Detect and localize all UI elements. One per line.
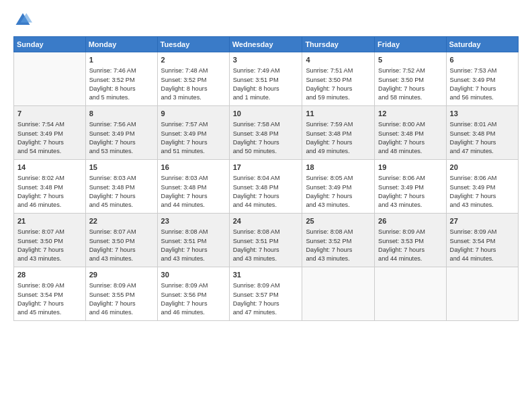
day-info: Sunrise: 7:49 AM Sunset: 3:51 PM Dayligh… [233, 66, 299, 102]
calendar-cell: 19Sunrise: 8:06 AM Sunset: 3:49 PM Dayli… [375, 160, 446, 214]
day-number: 9 [161, 109, 226, 119]
day-info: Sunrise: 8:08 AM Sunset: 3:51 PM Dayligh… [161, 228, 226, 263]
calendar-cell: 8Sunrise: 7:56 AM Sunset: 3:49 PM Daylig… [85, 106, 157, 160]
calendar-cell: 17Sunrise: 8:04 AM Sunset: 3:48 PM Dayli… [229, 160, 302, 214]
calendar-cell [446, 267, 518, 321]
day-number: 18 [306, 163, 371, 173]
calendar-cell: 13Sunrise: 8:01 AM Sunset: 3:48 PM Dayli… [446, 106, 518, 160]
day-info: Sunrise: 8:09 AM Sunset: 3:54 PM Dayligh… [450, 228, 515, 263]
week-row-5: 28Sunrise: 8:09 AM Sunset: 3:54 PM Dayli… [14, 267, 519, 321]
week-row-2: 7Sunrise: 7:54 AM Sunset: 3:49 PM Daylig… [14, 106, 519, 160]
day-info: Sunrise: 8:08 AM Sunset: 3:51 PM Dayligh… [233, 228, 299, 263]
calendar-cell: 3Sunrise: 7:49 AM Sunset: 3:51 PM Daylig… [229, 52, 302, 106]
calendar-cell: 29Sunrise: 8:09 AM Sunset: 3:55 PM Dayli… [85, 267, 157, 321]
day-info: Sunrise: 8:06 AM Sunset: 3:49 PM Dayligh… [450, 174, 515, 210]
day-info: Sunrise: 8:09 AM Sunset: 3:57 PM Dayligh… [233, 281, 299, 317]
day-info: Sunrise: 7:58 AM Sunset: 3:48 PM Dayligh… [233, 120, 299, 156]
day-info: Sunrise: 8:06 AM Sunset: 3:49 PM Dayligh… [378, 174, 442, 210]
day-info: Sunrise: 8:09 AM Sunset: 3:56 PM Dayligh… [161, 281, 226, 317]
calendar-cell: 10Sunrise: 7:58 AM Sunset: 3:48 PM Dayli… [229, 106, 302, 160]
day-info: Sunrise: 8:01 AM Sunset: 3:48 PM Dayligh… [450, 120, 515, 156]
calendar-cell: 28Sunrise: 8:09 AM Sunset: 3:54 PM Dayli… [14, 267, 86, 321]
day-number: 6 [450, 55, 515, 65]
day-number: 8 [89, 109, 154, 119]
calendar-cell: 15Sunrise: 8:03 AM Sunset: 3:48 PM Dayli… [85, 160, 157, 214]
header [13, 11, 519, 30]
day-number: 20 [450, 163, 515, 173]
calendar-cell: 22Sunrise: 8:07 AM Sunset: 3:50 PM Dayli… [85, 214, 157, 267]
day-number: 17 [233, 163, 299, 173]
day-number: 30 [161, 270, 226, 280]
day-number: 27 [450, 216, 515, 226]
day-info: Sunrise: 8:09 AM Sunset: 3:54 PM Dayligh… [17, 281, 82, 317]
calendar-cell: 18Sunrise: 8:05 AM Sunset: 3:49 PM Dayli… [302, 160, 375, 214]
col-header-tuesday: Tuesday [157, 37, 229, 52]
day-number: 12 [378, 109, 442, 119]
day-info: Sunrise: 7:57 AM Sunset: 3:49 PM Dayligh… [161, 120, 226, 156]
day-number: 1 [89, 55, 154, 65]
day-info: Sunrise: 7:48 AM Sunset: 3:52 PM Dayligh… [161, 66, 226, 102]
calendar-cell [302, 267, 375, 321]
day-number: 19 [378, 163, 442, 173]
day-info: Sunrise: 8:05 AM Sunset: 3:49 PM Dayligh… [306, 174, 371, 210]
day-number: 21 [17, 216, 82, 226]
day-number: 23 [161, 216, 226, 226]
logo-icon [13, 11, 32, 30]
day-number: 11 [306, 109, 371, 119]
logo [13, 11, 35, 30]
day-info: Sunrise: 8:03 AM Sunset: 3:48 PM Dayligh… [89, 174, 154, 210]
calendar-cell: 26Sunrise: 8:09 AM Sunset: 3:53 PM Dayli… [375, 214, 446, 267]
day-info: Sunrise: 8:09 AM Sunset: 3:53 PM Dayligh… [378, 228, 442, 263]
day-info: Sunrise: 7:46 AM Sunset: 3:52 PM Dayligh… [89, 66, 154, 102]
calendar: SundayMondayTuesdayWednesdayThursdayFrid… [13, 36, 519, 321]
col-header-sunday: Sunday [14, 37, 86, 52]
col-header-saturday: Saturday [446, 37, 518, 52]
calendar-cell: 11Sunrise: 7:59 AM Sunset: 3:48 PM Dayli… [302, 106, 375, 160]
day-info: Sunrise: 7:51 AM Sunset: 3:50 PM Dayligh… [306, 66, 371, 102]
day-number: 13 [450, 109, 515, 119]
day-number: 5 [378, 55, 442, 65]
col-header-wednesday: Wednesday [229, 37, 302, 52]
calendar-cell: 6Sunrise: 7:53 AM Sunset: 3:49 PM Daylig… [446, 52, 518, 106]
day-info: Sunrise: 8:07 AM Sunset: 3:50 PM Dayligh… [89, 228, 154, 263]
calendar-cell: 20Sunrise: 8:06 AM Sunset: 3:49 PM Dayli… [446, 160, 518, 214]
calendar-cell: 25Sunrise: 8:08 AM Sunset: 3:52 PM Dayli… [302, 214, 375, 267]
calendar-cell: 14Sunrise: 8:02 AM Sunset: 3:48 PM Dayli… [14, 160, 86, 214]
day-info: Sunrise: 8:02 AM Sunset: 3:48 PM Dayligh… [17, 174, 82, 210]
calendar-cell: 4Sunrise: 7:51 AM Sunset: 3:50 PM Daylig… [302, 52, 375, 106]
day-info: Sunrise: 8:08 AM Sunset: 3:52 PM Dayligh… [306, 228, 371, 263]
day-number: 24 [233, 216, 299, 226]
day-info: Sunrise: 8:04 AM Sunset: 3:48 PM Dayligh… [233, 174, 299, 210]
day-info: Sunrise: 8:07 AM Sunset: 3:50 PM Dayligh… [17, 228, 82, 263]
day-number: 16 [161, 163, 226, 173]
day-info: Sunrise: 7:52 AM Sunset: 3:50 PM Dayligh… [378, 66, 442, 102]
calendar-cell: 12Sunrise: 8:00 AM Sunset: 3:48 PM Dayli… [375, 106, 446, 160]
page: SundayMondayTuesdayWednesdayThursdayFrid… [0, 0, 532, 411]
calendar-cell [375, 267, 446, 321]
day-info: Sunrise: 7:54 AM Sunset: 3:49 PM Dayligh… [17, 120, 82, 156]
calendar-cell: 24Sunrise: 8:08 AM Sunset: 3:51 PM Dayli… [229, 214, 302, 267]
header-row: SundayMondayTuesdayWednesdayThursdayFrid… [14, 37, 519, 52]
day-number: 25 [306, 216, 371, 226]
day-number: 26 [378, 216, 442, 226]
day-info: Sunrise: 7:59 AM Sunset: 3:48 PM Dayligh… [306, 120, 371, 156]
calendar-cell: 31Sunrise: 8:09 AM Sunset: 3:57 PM Dayli… [229, 267, 302, 321]
day-info: Sunrise: 7:56 AM Sunset: 3:49 PM Dayligh… [89, 120, 154, 156]
day-info: Sunrise: 8:03 AM Sunset: 3:48 PM Dayligh… [161, 174, 226, 210]
day-number: 15 [89, 163, 154, 173]
calendar-cell: 7Sunrise: 7:54 AM Sunset: 3:49 PM Daylig… [14, 106, 86, 160]
calendar-cell: 16Sunrise: 8:03 AM Sunset: 3:48 PM Dayli… [157, 160, 229, 214]
week-row-3: 14Sunrise: 8:02 AM Sunset: 3:48 PM Dayli… [14, 160, 519, 214]
calendar-cell: 5Sunrise: 7:52 AM Sunset: 3:50 PM Daylig… [375, 52, 446, 106]
calendar-cell: 30Sunrise: 8:09 AM Sunset: 3:56 PM Dayli… [157, 267, 229, 321]
day-info: Sunrise: 7:53 AM Sunset: 3:49 PM Dayligh… [450, 66, 515, 102]
calendar-cell: 9Sunrise: 7:57 AM Sunset: 3:49 PM Daylig… [157, 106, 229, 160]
day-number: 28 [17, 270, 82, 280]
week-row-4: 21Sunrise: 8:07 AM Sunset: 3:50 PM Dayli… [14, 214, 519, 267]
day-number: 4 [306, 55, 371, 65]
calendar-cell: 23Sunrise: 8:08 AM Sunset: 3:51 PM Dayli… [157, 214, 229, 267]
day-number: 10 [233, 109, 299, 119]
calendar-cell [14, 52, 86, 106]
calendar-cell: 27Sunrise: 8:09 AM Sunset: 3:54 PM Dayli… [446, 214, 518, 267]
day-number: 14 [17, 163, 82, 173]
